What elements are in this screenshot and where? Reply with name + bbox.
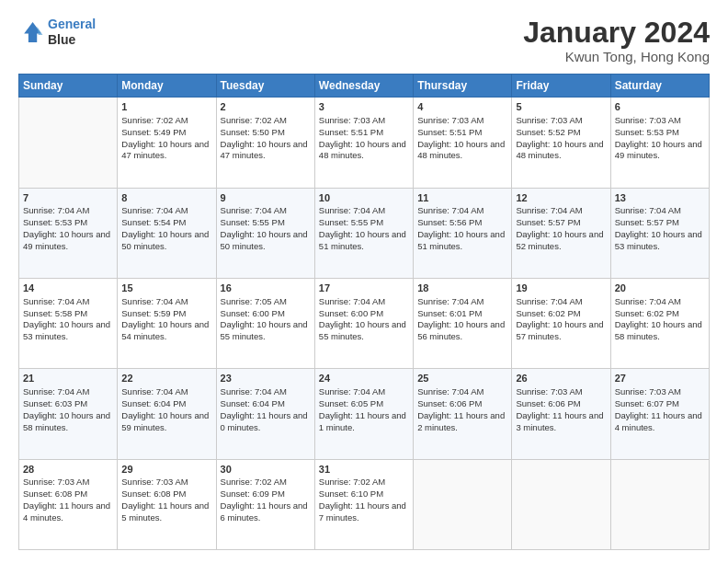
day-number: 7: [23, 191, 113, 205]
page: General Blue January 2024 Kwun Tong, Hon…: [0, 0, 728, 563]
calendar-cell: 17Sunrise: 7:04 AMSunset: 6:00 PMDayligh…: [314, 278, 413, 368]
weekday-header: Tuesday: [216, 75, 314, 98]
calendar-cell: 7Sunrise: 7:04 AMSunset: 5:53 PMDaylight…: [19, 188, 118, 278]
day-number: 6: [615, 100, 705, 114]
weekday-header: Sunday: [19, 75, 118, 98]
calendar-cell: 19Sunrise: 7:04 AMSunset: 6:02 PMDayligh…: [512, 278, 610, 368]
day-number: 31: [319, 463, 409, 477]
day-number: 1: [121, 100, 211, 114]
day-number: 13: [615, 191, 705, 205]
day-number: 12: [516, 191, 606, 205]
calendar-cell: 24Sunrise: 7:04 AMSunset: 6:05 PMDayligh…: [314, 369, 413, 459]
calendar-cell: 16Sunrise: 7:05 AMSunset: 6:00 PMDayligh…: [216, 278, 314, 368]
calendar-cell: 9Sunrise: 7:04 AMSunset: 5:55 PMDaylight…: [216, 188, 314, 278]
calendar-week-row: 14Sunrise: 7:04 AMSunset: 5:58 PMDayligh…: [19, 278, 710, 368]
calendar-cell: 29Sunrise: 7:03 AMSunset: 6:08 PMDayligh…: [118, 459, 216, 549]
title-block: January 2024 Kwun Tong, Hong Kong: [523, 17, 710, 64]
calendar-cell: 1Sunrise: 7:02 AMSunset: 5:49 PMDaylight…: [118, 98, 216, 188]
calendar-cell: 23Sunrise: 7:04 AMSunset: 6:04 PMDayligh…: [216, 369, 314, 459]
day-number: 5: [516, 100, 606, 114]
day-number: 21: [23, 372, 113, 385]
calendar-cell: 22Sunrise: 7:04 AMSunset: 6:04 PMDayligh…: [118, 369, 216, 459]
calendar-cell: 27Sunrise: 7:03 AMSunset: 6:07 PMDayligh…: [610, 369, 709, 459]
calendar-table: SundayMondayTuesdayWednesdayThursdayFrid…: [18, 74, 710, 550]
day-number: 18: [417, 282, 507, 295]
day-number: 24: [319, 372, 409, 385]
day-number: 28: [23, 463, 113, 477]
calendar-cell: 30Sunrise: 7:02 AMSunset: 6:09 PMDayligh…: [216, 459, 314, 549]
calendar-week-row: 21Sunrise: 7:04 AMSunset: 6:03 PMDayligh…: [19, 369, 710, 459]
subtitle: Kwun Tong, Hong Kong: [523, 49, 710, 64]
calendar-cell: [512, 459, 610, 549]
day-number: 3: [319, 100, 409, 114]
logo-icon: [18, 19, 44, 45]
calendar-cell: 12Sunrise: 7:04 AMSunset: 5:57 PMDayligh…: [512, 188, 610, 278]
calendar-cell: 18Sunrise: 7:04 AMSunset: 6:01 PMDayligh…: [414, 278, 512, 368]
day-number: 29: [121, 463, 211, 477]
calendar-cell: [414, 459, 512, 549]
main-title: January 2024: [523, 17, 710, 49]
calendar-cell: 31Sunrise: 7:02 AMSunset: 6:10 PMDayligh…: [314, 459, 413, 549]
day-number: 17: [319, 282, 409, 295]
day-number: 14: [23, 282, 113, 295]
day-number: 15: [121, 282, 211, 295]
day-number: 9: [221, 191, 311, 205]
calendar-cell: 14Sunrise: 7:04 AMSunset: 5:58 PMDayligh…: [19, 278, 118, 368]
day-number: 10: [319, 191, 409, 205]
calendar-week-row: 28Sunrise: 7:03 AMSunset: 6:08 PMDayligh…: [19, 459, 710, 549]
day-number: 8: [121, 191, 211, 205]
logo-line2: Blue: [48, 32, 96, 48]
header: General Blue January 2024 Kwun Tong, Hon…: [18, 17, 710, 64]
weekday-header: Monday: [118, 75, 216, 98]
day-number: 25: [417, 372, 507, 385]
calendar-header-row: SundayMondayTuesdayWednesdayThursdayFrid…: [19, 75, 710, 98]
day-number: 4: [417, 100, 507, 114]
day-number: 2: [221, 100, 311, 114]
calendar-week-row: 1Sunrise: 7:02 AMSunset: 5:49 PMDaylight…: [19, 98, 710, 188]
calendar-cell: 11Sunrise: 7:04 AMSunset: 5:56 PMDayligh…: [414, 188, 512, 278]
weekday-header: Friday: [512, 75, 610, 98]
day-number: 20: [615, 282, 705, 295]
calendar-cell: 4Sunrise: 7:03 AMSunset: 5:51 PMDaylight…: [414, 98, 512, 188]
calendar-cell: 26Sunrise: 7:03 AMSunset: 6:06 PMDayligh…: [512, 369, 610, 459]
calendar-cell: 28Sunrise: 7:03 AMSunset: 6:08 PMDayligh…: [19, 459, 118, 549]
day-number: 11: [417, 191, 507, 205]
day-number: 27: [615, 372, 705, 385]
day-number: 16: [221, 282, 311, 295]
svg-marker-1: [37, 27, 42, 35]
day-number: 26: [516, 372, 606, 385]
weekday-header: Wednesday: [314, 75, 413, 98]
calendar-cell: 20Sunrise: 7:04 AMSunset: 6:02 PMDayligh…: [610, 278, 709, 368]
calendar-cell: 2Sunrise: 7:02 AMSunset: 5:50 PMDaylight…: [216, 98, 314, 188]
calendar-cell: [610, 459, 709, 549]
weekday-header: Saturday: [610, 75, 709, 98]
calendar-cell: [19, 98, 118, 188]
calendar-cell: 6Sunrise: 7:03 AMSunset: 5:53 PMDaylight…: [610, 98, 709, 188]
calendar-cell: 10Sunrise: 7:04 AMSunset: 5:55 PMDayligh…: [314, 188, 413, 278]
calendar-cell: 8Sunrise: 7:04 AMSunset: 5:54 PMDaylight…: [118, 188, 216, 278]
weekday-header: Thursday: [414, 75, 512, 98]
day-number: 23: [221, 372, 311, 385]
day-number: 30: [221, 463, 311, 477]
calendar-week-row: 7Sunrise: 7:04 AMSunset: 5:53 PMDaylight…: [19, 188, 710, 278]
logo-text: General Blue: [48, 17, 96, 48]
calendar-cell: 21Sunrise: 7:04 AMSunset: 6:03 PMDayligh…: [19, 369, 118, 459]
calendar-cell: 5Sunrise: 7:03 AMSunset: 5:52 PMDaylight…: [512, 98, 610, 188]
logo: General Blue: [18, 17, 96, 48]
day-number: 22: [121, 372, 211, 385]
calendar-cell: 15Sunrise: 7:04 AMSunset: 5:59 PMDayligh…: [118, 278, 216, 368]
calendar-cell: 3Sunrise: 7:03 AMSunset: 5:51 PMDaylight…: [314, 98, 413, 188]
day-number: 19: [516, 282, 606, 295]
logo-line1: General: [48, 17, 96, 31]
calendar-cell: 25Sunrise: 7:04 AMSunset: 6:06 PMDayligh…: [414, 369, 512, 459]
calendar-cell: 13Sunrise: 7:04 AMSunset: 5:57 PMDayligh…: [610, 188, 709, 278]
